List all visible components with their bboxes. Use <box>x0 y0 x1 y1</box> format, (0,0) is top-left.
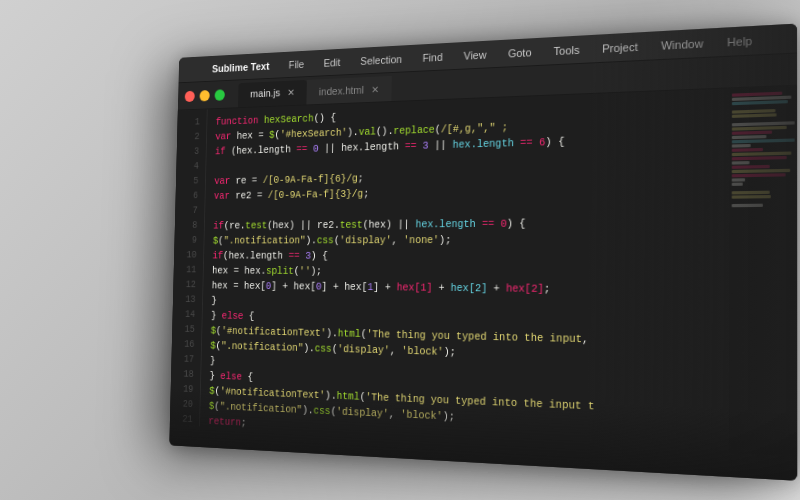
desktop-background: Sublime Text File Edit Selection Find Vi… <box>0 0 800 500</box>
line-number: 10 <box>174 248 203 263</box>
line-number: 16 <box>172 337 202 353</box>
menu-view[interactable]: View <box>456 43 495 67</box>
menu-edit[interactable]: Edit <box>316 51 348 73</box>
minimap-line <box>732 100 788 105</box>
minimap-line <box>732 195 771 199</box>
tab-close-icon[interactable]: ✕ <box>287 87 294 98</box>
minimap-line <box>732 191 770 195</box>
line-number: 13 <box>173 293 203 308</box>
line-number: 3 <box>177 144 206 160</box>
tab-close-icon[interactable]: ✕ <box>371 84 379 95</box>
tab-label: index.html <box>319 84 364 97</box>
minimap-line <box>732 183 743 186</box>
code-editor[interactable]: function hexSearch() { var hex = $('#hex… <box>200 88 730 453</box>
minimap-line <box>732 131 773 135</box>
menu-tools[interactable]: Tools <box>545 38 587 62</box>
line-number: 9 <box>174 233 203 248</box>
tab-main-js[interactable]: main.js ✕ <box>238 80 307 107</box>
minimap-line <box>732 161 749 165</box>
minimap-line <box>732 173 785 177</box>
line-number: 23 <box>170 442 199 457</box>
line-number: 15 <box>172 322 202 338</box>
line-number: 19 <box>171 382 201 398</box>
traffic-light-minimize[interactable] <box>200 90 210 101</box>
menu-file[interactable]: File <box>281 53 311 75</box>
minimap <box>729 86 797 457</box>
line-number: 1 <box>177 115 206 131</box>
line-number: 8 <box>175 218 204 233</box>
minimap-line <box>732 204 763 208</box>
menu-find[interactable]: Find <box>415 45 451 68</box>
traffic-light-fullscreen[interactable] <box>215 89 225 101</box>
monitor-screen: Sublime Text File Edit Selection Find Vi… <box>169 24 797 481</box>
line-number: 14 <box>172 307 202 322</box>
line-number: 5 <box>176 174 205 189</box>
code-line: $(".notification").css('display', 'none'… <box>213 231 719 248</box>
line-number: 2 <box>177 130 206 146</box>
menu-app-name[interactable]: Sublime Text <box>205 55 277 79</box>
minimap-line <box>732 113 777 118</box>
apple-logo-icon <box>187 69 197 70</box>
line-number: 11 <box>174 263 204 278</box>
menu-project[interactable]: Project <box>594 35 646 60</box>
line-number: 21 <box>170 412 200 428</box>
line-number: 22 <box>170 427 199 444</box>
menu-help[interactable]: Help <box>718 28 761 53</box>
menu-selection[interactable]: Selection <box>353 47 410 71</box>
editor-area: 1 2 3 4 5 6 7 8 9 10 11 12 13 14 15 16 1… <box>170 86 797 457</box>
line-number: 12 <box>173 278 203 293</box>
line-number: 17 <box>171 352 201 368</box>
line-number: 6 <box>175 189 204 204</box>
minimap-line <box>732 178 746 181</box>
line-number: 18 <box>171 367 201 383</box>
line-number: 20 <box>170 397 200 413</box>
minimap-line <box>732 138 795 143</box>
minimap-line <box>732 165 770 169</box>
line-number: 4 <box>176 159 205 174</box>
menu-window[interactable]: Window <box>653 31 712 57</box>
minimap-line <box>732 144 751 148</box>
traffic-light-close[interactable] <box>185 90 195 101</box>
minimap-line <box>732 156 787 160</box>
line-number: 7 <box>175 204 204 219</box>
menu-goto[interactable]: Goto <box>500 40 540 64</box>
tab-label: main.js <box>250 87 280 100</box>
tab-index-html[interactable]: index.html ✕ <box>306 76 391 105</box>
